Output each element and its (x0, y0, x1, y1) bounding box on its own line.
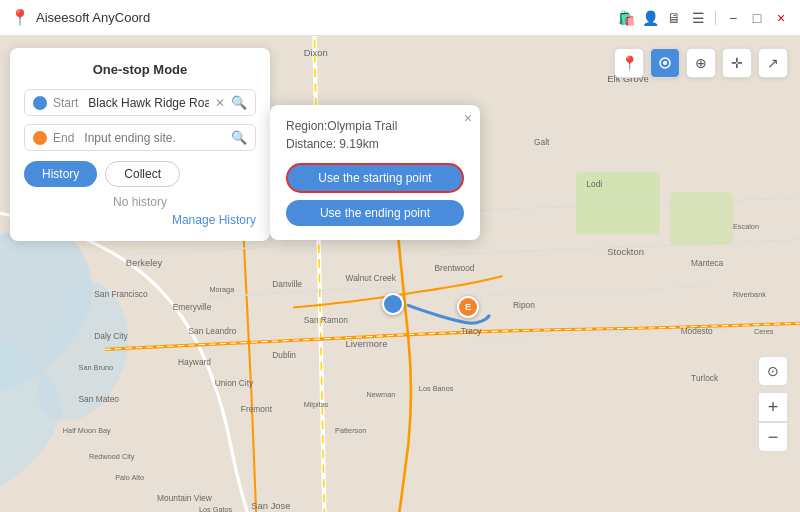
svg-text:Los Gatos: Los Gatos (199, 505, 233, 512)
maximize-button[interactable]: □ (748, 9, 766, 27)
svg-text:Milpitas: Milpitas (304, 400, 329, 409)
end-label: End (53, 131, 74, 145)
svg-text:Emeryville: Emeryville (173, 302, 212, 312)
left-panel: One-stop Mode Start ✕ 🔍 End 🔍 History Co… (10, 48, 270, 241)
svg-text:Stockton: Stockton (607, 246, 644, 257)
svg-text:Daly City: Daly City (94, 331, 128, 341)
svg-text:Ripon: Ripon (513, 300, 535, 310)
title-controls: 🛍️ 👤 🖥 ☰ − □ × (617, 9, 790, 27)
route-mode-button[interactable] (650, 48, 680, 78)
svg-text:Mountain View: Mountain View (157, 493, 213, 503)
svg-text:Escalon: Escalon (733, 222, 759, 231)
svg-rect-2 (670, 192, 733, 244)
end-input[interactable] (84, 131, 225, 145)
map-top-controls: 📍 ⊕ ✛ ↗ (614, 48, 788, 78)
svg-text:San Mateo: San Mateo (79, 394, 120, 404)
pin-location-button[interactable]: 📍 (614, 48, 644, 78)
titlebar-icon-bag[interactable]: 🛍️ (617, 9, 635, 27)
start-input[interactable] (88, 96, 209, 110)
end-marker: E (457, 296, 479, 318)
svg-text:Walnut Creek: Walnut Creek (346, 273, 397, 283)
svg-text:Palo Alto: Palo Alto (115, 473, 144, 482)
start-search-icon[interactable]: 🔍 (231, 95, 247, 110)
svg-text:Dublin: Dublin (272, 350, 296, 360)
titlebar-icon-user[interactable]: 👤 (641, 9, 659, 27)
svg-text:Half Moon Bay: Half Moon Bay (63, 426, 111, 435)
svg-text:San Ramon: San Ramon (304, 315, 348, 325)
manage-history-link[interactable]: Manage History (24, 213, 256, 227)
end-search-icon[interactable]: 🔍 (231, 130, 247, 145)
popup-bubble: × Region:Olympia Trail Distance: 9.19km … (270, 105, 480, 240)
svg-text:Livermore: Livermore (346, 338, 388, 349)
svg-text:Fremont: Fremont (241, 404, 273, 414)
svg-text:Union City: Union City (215, 378, 254, 388)
svg-text:San Francisco: San Francisco (94, 289, 148, 299)
zoom-in-button[interactable]: + (758, 392, 788, 422)
svg-text:Dixon: Dixon (304, 47, 328, 58)
svg-text:Galt: Galt (534, 137, 550, 147)
popup-region: Region:Olympia Trail (286, 119, 464, 133)
start-label: Start (53, 96, 78, 110)
button-row: History Collect (24, 161, 256, 187)
end-input-row: End 🔍 (24, 124, 256, 151)
start-dot (33, 96, 47, 110)
popup-close-button[interactable]: × (464, 111, 472, 125)
export-button[interactable]: ↗ (758, 48, 788, 78)
svg-text:Ceres: Ceres (754, 327, 774, 336)
start-input-row: Start ✕ 🔍 (24, 89, 256, 116)
svg-text:Hayward: Hayward (178, 357, 211, 367)
svg-text:Berkeley: Berkeley (126, 257, 163, 268)
app-icon: 📍 (10, 8, 30, 27)
minimize-button[interactable]: − (724, 9, 742, 27)
svg-text:Danville: Danville (272, 279, 302, 289)
app-title: Aiseesoft AnyCoord (36, 10, 617, 25)
titlebar: 📍 Aiseesoft AnyCoord 🛍️ 👤 🖥 ☰ − □ × (0, 0, 800, 36)
svg-text:Lodi: Lodi (586, 179, 602, 189)
svg-text:San Jose: San Jose (251, 500, 290, 511)
svg-text:Manteca: Manteca (691, 258, 723, 268)
my-location-button[interactable]: ⊙ (758, 356, 788, 386)
svg-point-49 (663, 61, 667, 65)
svg-text:Moraga: Moraga (209, 285, 235, 294)
titlebar-icon-screen[interactable]: 🖥 (665, 9, 683, 27)
move-button[interactable]: ✛ (722, 48, 752, 78)
panel-title: One-stop Mode (24, 62, 256, 77)
svg-text:Los Banos: Los Banos (419, 384, 454, 393)
svg-text:Modesto: Modesto (681, 326, 713, 336)
svg-text:Brentwood: Brentwood (435, 263, 475, 273)
svg-text:Tracy: Tracy (461, 326, 482, 336)
jump-teleport-button[interactable]: ⊕ (686, 48, 716, 78)
collect-button[interactable]: Collect (105, 161, 180, 187)
start-clear-icon[interactable]: ✕ (215, 96, 225, 110)
no-history-text: No history (24, 195, 256, 209)
use-starting-point-button[interactable]: Use the starting point (286, 163, 464, 193)
svg-text:Riverbank: Riverbank (733, 290, 766, 299)
popup-distance: Distance: 9.19km (286, 137, 464, 151)
svg-text:Patterson: Patterson (335, 426, 366, 435)
use-ending-point-button[interactable]: Use the ending point (286, 200, 464, 226)
history-button[interactable]: History (24, 161, 97, 187)
end-dot (33, 131, 47, 145)
svg-text:San Leandro: San Leandro (188, 326, 236, 336)
zoom-out-button[interactable]: − (758, 422, 788, 452)
svg-text:Newman: Newman (366, 390, 395, 399)
svg-text:San Bruno: San Bruno (79, 363, 114, 372)
svg-text:Redwood City: Redwood City (89, 452, 135, 461)
svg-text:Turlock: Turlock (691, 373, 719, 383)
map-bottom-controls: ⊙ + − (758, 356, 788, 452)
titlebar-icon-menu[interactable]: ☰ (689, 9, 707, 27)
start-marker (382, 293, 404, 315)
close-button[interactable]: × (772, 9, 790, 27)
